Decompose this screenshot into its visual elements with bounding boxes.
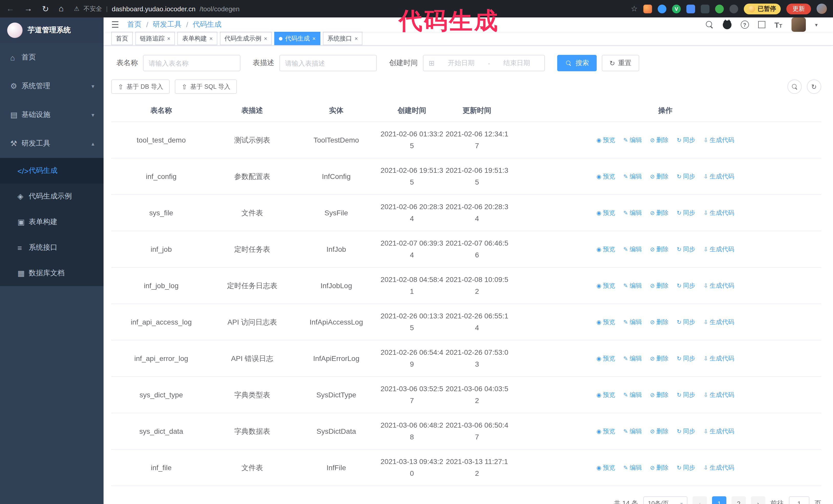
preview-link[interactable]: ◉预览	[596, 353, 615, 364]
page-1-button[interactable]: 1	[712, 496, 727, 504]
sidebar-item-infrastructure[interactable]: ▤ 基础设施 ▾	[0, 100, 103, 129]
tab-trace[interactable]: 链路追踪 ×	[135, 32, 175, 45]
close-icon[interactable]: ×	[355, 35, 358, 42]
close-icon[interactable]: ×	[264, 35, 267, 42]
generate-code-link[interactable]: ⇩生成代码	[704, 171, 734, 183]
people-icon[interactable]	[686, 4, 695, 13]
close-icon[interactable]: ×	[312, 35, 316, 42]
tab-home[interactable]: 首页	[111, 32, 133, 45]
generate-code-link[interactable]: ⇩生成代码	[704, 243, 734, 255]
fox-icon[interactable]	[643, 4, 652, 13]
tab-codegen-example[interactable]: 代码生成示例 ×	[220, 32, 272, 45]
sync-link[interactable]: ↻同步	[677, 389, 695, 401]
delete-link[interactable]: ⊘删除	[650, 462, 668, 474]
sidebar-item-dev-tools[interactable]: ⚒ 研发工具 ▴	[0, 129, 103, 158]
preview-link[interactable]: ◉预览	[596, 280, 615, 292]
table-desc-input[interactable]	[279, 55, 377, 71]
back-icon[interactable]: ←	[6, 4, 14, 13]
preview-link[interactable]: ◉预览	[596, 389, 615, 401]
search-icon[interactable]	[706, 21, 713, 28]
generate-code-link[interactable]: ⇩生成代码	[704, 389, 734, 401]
generate-code-link[interactable]: ⇩生成代码	[704, 426, 734, 437]
sync-link[interactable]: ↻同步	[677, 134, 695, 146]
leaf-icon[interactable]	[715, 4, 724, 13]
forward-icon[interactable]: →	[24, 4, 32, 13]
logo-bar[interactable]: 芋道管理系统	[0, 18, 103, 43]
delete-link[interactable]: ⊘删除	[650, 353, 668, 364]
sync-link[interactable]: ↻同步	[677, 462, 695, 474]
bookmark-star-icon[interactable]: ☆	[631, 4, 638, 13]
edit-link[interactable]: ✎编辑	[623, 462, 642, 474]
generate-code-link[interactable]: ⇩生成代码	[704, 316, 734, 328]
sync-link[interactable]: ↻同步	[677, 426, 695, 437]
sidebar-item-system-api[interactable]: ≡ 系统接口	[0, 235, 103, 261]
sidebar-item-db-docs[interactable]: ▦ 数据库文档	[0, 261, 103, 286]
delete-link[interactable]: ⊘删除	[650, 389, 668, 401]
sidebar-item-home[interactable]: ⌂ 首页	[0, 43, 103, 72]
sidebar-item-system-mgmt[interactable]: ⚙ 系统管理 ▾	[0, 72, 103, 100]
preview-link[interactable]: ◉预览	[596, 462, 615, 474]
goto-page-input[interactable]	[789, 496, 809, 504]
delete-link[interactable]: ⊘删除	[650, 316, 668, 328]
delete-link[interactable]: ⊘删除	[650, 134, 668, 146]
generate-code-link[interactable]: ⇩生成代码	[704, 462, 734, 474]
prev-page-button[interactable]: ‹	[693, 496, 707, 504]
breadcrumb-dev-tools[interactable]: 研发工具	[153, 20, 182, 29]
delete-link[interactable]: ⊘删除	[650, 243, 668, 255]
refresh-table-button[interactable]: ↻	[807, 79, 821, 94]
chevron-down-icon[interactable]: ▾	[815, 22, 818, 27]
hamburger-icon[interactable]: ☰	[111, 19, 119, 30]
fullscreen-icon[interactable]	[758, 21, 765, 28]
edit-link[interactable]: ✎编辑	[623, 207, 642, 219]
breadcrumb-home[interactable]: 首页	[127, 20, 142, 29]
generate-code-link[interactable]: ⇩生成代码	[704, 207, 734, 219]
browser-profile-avatar[interactable]	[816, 4, 827, 14]
edit-link[interactable]: ✎编辑	[623, 243, 642, 255]
search-button[interactable]: 搜索	[557, 55, 597, 71]
address-bar[interactable]: ⚠ 不安全 | dashboard.yudao.iocoder.cn/tool/…	[74, 4, 240, 13]
edit-link[interactable]: ✎编辑	[623, 353, 642, 364]
next-page-button[interactable]: ›	[751, 496, 765, 504]
paused-badge[interactable]: 已暂停	[744, 3, 781, 14]
import-db-button[interactable]: ⇧ 基于 DB 导入	[111, 79, 170, 94]
paw-icon[interactable]	[730, 4, 738, 13]
sidebar-item-codegen[interactable]: </> 代码生成	[0, 158, 103, 184]
page-size-select[interactable]: 10条/页 ▾	[643, 496, 687, 504]
v-badge-icon[interactable]: V	[672, 4, 681, 13]
edit-link[interactable]: ✎编辑	[623, 280, 642, 292]
sync-link[interactable]: ↻同步	[677, 316, 695, 328]
toggle-search-button[interactable]	[787, 79, 802, 94]
edit-link[interactable]: ✎编辑	[623, 389, 642, 401]
edit-link[interactable]: ✎编辑	[623, 426, 642, 437]
preview-link[interactable]: ◉预览	[596, 207, 615, 219]
generate-code-link[interactable]: ⇩生成代码	[704, 353, 734, 364]
preview-link[interactable]: ◉预览	[596, 426, 615, 437]
sync-link[interactable]: ↻同步	[677, 207, 695, 219]
preview-link[interactable]: ◉预览	[596, 171, 615, 183]
sidebar-item-codegen-example[interactable]: ◈ 代码生成示例	[0, 184, 103, 209]
dark-ext-icon[interactable]	[701, 4, 710, 13]
sync-link[interactable]: ↻同步	[677, 280, 695, 292]
table-name-input[interactable]	[143, 55, 240, 71]
delete-link[interactable]: ⊘删除	[650, 280, 668, 292]
preview-link[interactable]: ◉预览	[596, 243, 615, 255]
github-icon[interactable]	[722, 20, 731, 29]
edit-link[interactable]: ✎编辑	[623, 171, 642, 183]
page-2-button[interactable]: 2	[732, 496, 746, 504]
generate-code-link[interactable]: ⇩生成代码	[704, 280, 734, 292]
sync-link[interactable]: ↻同步	[677, 171, 695, 183]
edit-link[interactable]: ✎编辑	[623, 316, 642, 328]
delete-link[interactable]: ⊘删除	[650, 207, 668, 219]
close-icon[interactable]: ×	[209, 35, 213, 42]
help-icon[interactable]: ?	[740, 21, 749, 29]
tab-codegen[interactable]: 代码生成 ×	[275, 32, 320, 45]
delete-link[interactable]: ⊘删除	[650, 426, 668, 437]
drop-icon[interactable]	[658, 4, 666, 13]
date-range-picker[interactable]: ⊞ 开始日期 - 结束日期	[423, 55, 545, 71]
reset-button[interactable]: ↻ 重置	[602, 55, 639, 71]
import-sql-button[interactable]: ⇧ 基于 SQL 导入	[175, 79, 237, 94]
sidebar-item-form-builder[interactable]: ▣ 表单构建	[0, 209, 103, 235]
update-button[interactable]: 更新	[786, 3, 811, 14]
user-avatar[interactable]	[791, 18, 806, 32]
generate-code-link[interactable]: ⇩生成代码	[704, 134, 734, 146]
